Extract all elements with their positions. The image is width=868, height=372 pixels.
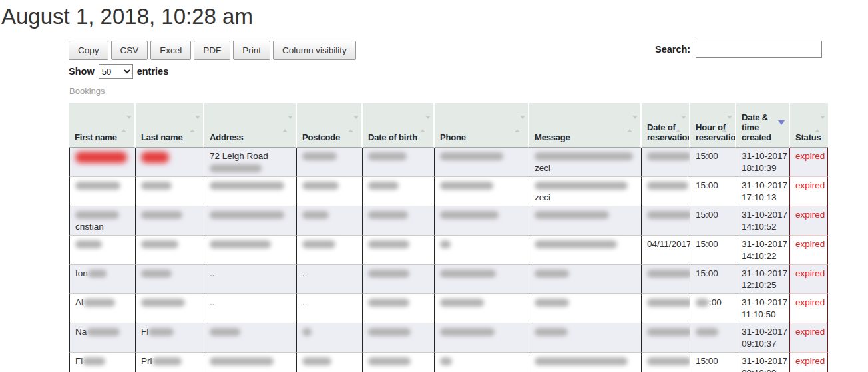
cell-last-name [136,236,204,265]
redacted-text [368,299,409,307]
cell-address [204,177,297,206]
cell-phone [435,323,529,353]
sort-both-icon [815,119,825,129]
cell-text: 31-10-2017 [742,210,787,220]
cell-date-time-created: 31-10-201711:10:50 [736,294,790,323]
cell-date-time-created: 31-10-201712:10:25 [736,265,790,294]
cell-text: 72 Leigh Road [210,151,268,161]
cell-text: Pri [141,356,152,366]
redacted-text [141,240,178,248]
cell-text: expired [795,297,825,307]
cell-postcode: .. [297,294,363,323]
redacted-text [87,328,120,336]
redacted-text [696,299,709,307]
redacted-text [368,357,411,365]
cell-first-name [69,148,136,177]
excel-button[interactable]: Excel [150,41,191,60]
col-header-last-name[interactable]: Last name [136,103,204,148]
table-row: cristian15:0031-10-201714:10:52expired [69,206,828,236]
redacted-text [440,270,496,278]
redacted-text [141,211,182,219]
col-header-label: Date & time created [742,112,771,142]
col-header-phone[interactable]: Phone [435,103,529,148]
cell-status: expired [790,265,828,294]
copy-button[interactable]: Copy [69,41,108,60]
cell-status: expired [790,294,828,323]
col-header-date-time-created[interactable]: Date & time created [736,103,790,148]
cell-text: 12:10:25 [742,280,777,290]
redacted-text [535,240,617,248]
cell-date-time-created: 31-10-201714:10:52 [736,206,790,236]
cell-last-name [136,265,204,294]
col-header-first-name[interactable]: First name [69,103,136,148]
col-header-status[interactable]: Status [790,103,828,148]
length-label-suffix: entries [137,66,169,77]
cell-text: 18:10:39 [742,163,777,173]
cell-postcode [297,236,363,265]
redacted-text [302,240,335,248]
entries-per-page-select[interactable]: 50 [99,64,133,79]
table-body: 72 Leigh Roadzeci15:0031-10-201718:10:39… [69,148,828,372]
col-header-hour-of-reservation[interactable]: Hour of reservation [690,103,736,148]
redacted-text [88,270,107,278]
search-input[interactable] [696,41,822,58]
cell-date-of-birth [363,236,435,265]
cell-text: 15:00 [696,356,718,366]
pdf-button[interactable]: PDF [194,41,230,60]
cell-postcode [297,353,363,372]
col-header-address[interactable]: Address [204,103,297,148]
cell-message [529,236,642,265]
col-header-date-of-birth[interactable]: Date of birth [363,103,435,148]
redacted-text [647,270,690,278]
col-header-postcode[interactable]: Postcode [297,103,363,148]
column-visibility-button[interactable]: Column visibility [273,41,356,60]
table-row: NaFl31-10-201709:10:37expired [69,323,828,353]
redacted-text [210,240,271,248]
cell-last-name [136,294,204,323]
cell-date-of-birth [363,265,435,294]
cell-status: expired [790,353,828,372]
table-caption: Bookings [69,86,105,96]
sort-both-icon [676,119,686,129]
redacted-text [440,299,484,307]
cell-last-name [136,206,204,236]
col-header-label: First name [75,132,117,142]
redacted-text [141,299,185,307]
cell-date-of-reservation: 04/11/2017 [642,236,690,265]
cell-message [529,206,642,236]
redacted-text [647,152,690,160]
print-button[interactable]: Print [233,41,270,60]
col-header-label: Phone [440,132,466,142]
bookings-table: First nameLast nameAddressPostcodeDate o… [69,103,828,372]
cell-date-of-reservation [642,265,690,294]
cell-date-time-created: 31-10-201717:10:13 [736,177,790,206]
cell-date-of-birth [363,206,435,236]
cell-text: 09:10:37 [742,339,777,349]
table-row: Ion....15:0031-10-201712:10:25expired [69,265,828,294]
redacted-text [141,182,172,190]
cell-date-of-birth [363,177,435,206]
cell-text: :00 [709,297,722,307]
col-header-date-of-reservation[interactable]: Date of reservation [642,103,690,148]
redacted-text [368,240,409,248]
redacted-text [440,211,499,219]
cell-text: expired [795,327,825,337]
redacted-text [148,328,174,336]
cell-status: expired [790,206,828,236]
cell-last-name [136,177,204,206]
sort-both-icon [515,119,525,129]
csv-button[interactable]: CSV [111,41,148,60]
redacted-text [210,328,240,336]
cell-date-of-birth [363,294,435,323]
redacted-text [141,152,169,163]
length-control: Show 50 entries [69,64,168,79]
col-header-message[interactable]: Message [529,103,642,148]
redacted-text [535,328,568,336]
redacted-text [75,211,119,219]
cell-phone [435,353,529,372]
cell-text: 11:10:50 [742,309,776,319]
col-header-label: Message [535,132,570,142]
col-header-label: Date of birth [368,132,417,142]
redacted-text [440,182,493,190]
cell-text: expired [795,180,825,190]
